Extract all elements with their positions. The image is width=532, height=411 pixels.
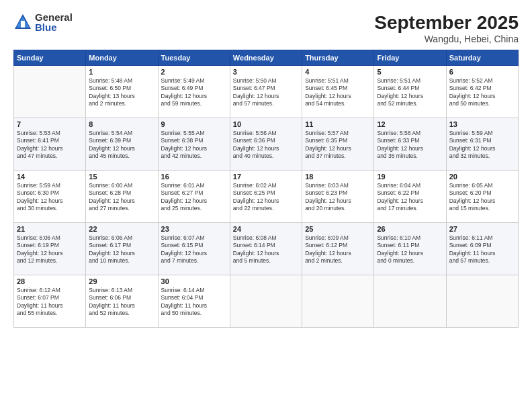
table-row: 18Sunrise: 6:03 AM Sunset: 6:23 PM Dayli… xyxy=(302,171,374,223)
table-row: 12Sunrise: 5:58 AM Sunset: 6:33 PM Dayli… xyxy=(374,118,446,171)
col-wednesday: Wednesday xyxy=(230,50,302,66)
location-subtitle: Wangdu, Hebei, China xyxy=(374,34,519,44)
table-row: 5Sunrise: 5:51 AM Sunset: 6:44 PM Daylig… xyxy=(374,66,446,118)
table-row xyxy=(446,275,518,328)
table-row: 6Sunrise: 5:52 AM Sunset: 6:42 PM Daylig… xyxy=(446,66,518,118)
day-number: 1 xyxy=(89,68,154,76)
logo-blue: Blue xyxy=(35,22,73,32)
col-saturday: Saturday xyxy=(446,50,518,66)
day-info: Sunrise: 5:58 AM Sunset: 6:33 PM Dayligh… xyxy=(377,130,443,161)
table-row xyxy=(230,275,302,328)
day-info: Sunrise: 5:59 AM Sunset: 6:30 PM Dayligh… xyxy=(17,182,83,213)
day-number: 7 xyxy=(17,120,83,128)
day-info: Sunrise: 5:56 AM Sunset: 6:36 PM Dayligh… xyxy=(233,130,299,161)
table-row: 27Sunrise: 6:11 AM Sunset: 6:09 PM Dayli… xyxy=(446,223,518,275)
day-number: 30 xyxy=(161,277,227,285)
table-row: 13Sunrise: 5:59 AM Sunset: 6:31 PM Dayli… xyxy=(446,118,518,171)
table-row xyxy=(14,66,86,118)
table-row: 1Sunrise: 5:48 AM Sunset: 6:50 PM Daylig… xyxy=(86,66,158,118)
day-info: Sunrise: 6:03 AM Sunset: 6:23 PM Dayligh… xyxy=(305,182,371,213)
table-row: 10Sunrise: 5:56 AM Sunset: 6:36 PM Dayli… xyxy=(230,118,302,171)
header-row: Sunday Monday Tuesday Wednesday Thursday… xyxy=(14,50,519,66)
day-number: 11 xyxy=(305,120,371,128)
day-number: 13 xyxy=(449,120,515,128)
day-number: 8 xyxy=(89,120,154,128)
day-info: Sunrise: 6:01 AM Sunset: 6:27 PM Dayligh… xyxy=(161,182,227,213)
day-info: Sunrise: 5:48 AM Sunset: 6:50 PM Dayligh… xyxy=(89,77,154,108)
table-row: 24Sunrise: 6:08 AM Sunset: 6:14 PM Dayli… xyxy=(230,223,302,275)
table-row: 16Sunrise: 6:01 AM Sunset: 6:27 PM Dayli… xyxy=(158,171,230,223)
day-number: 17 xyxy=(233,173,299,181)
table-row: 22Sunrise: 6:06 AM Sunset: 6:17 PM Dayli… xyxy=(86,223,158,275)
day-number: 20 xyxy=(449,173,515,181)
day-number: 28 xyxy=(17,277,83,285)
day-info: Sunrise: 5:51 AM Sunset: 6:45 PM Dayligh… xyxy=(305,77,371,108)
logo-icon xyxy=(13,13,32,32)
table-row: 30Sunrise: 6:14 AM Sunset: 6:04 PM Dayli… xyxy=(158,275,230,328)
day-number: 9 xyxy=(161,120,227,128)
calendar-body: 1Sunrise: 5:48 AM Sunset: 6:50 PM Daylig… xyxy=(14,66,519,328)
table-row: 17Sunrise: 6:02 AM Sunset: 6:25 PM Dayli… xyxy=(230,171,302,223)
calendar-week-row: 28Sunrise: 6:12 AM Sunset: 6:07 PM Dayli… xyxy=(14,275,519,328)
table-row: 9Sunrise: 5:55 AM Sunset: 6:38 PM Daylig… xyxy=(158,118,230,171)
table-row: 23Sunrise: 6:07 AM Sunset: 6:15 PM Dayli… xyxy=(158,223,230,275)
col-sunday: Sunday xyxy=(14,50,86,66)
col-monday: Monday xyxy=(86,50,158,66)
calendar-header: Sunday Monday Tuesday Wednesday Thursday… xyxy=(14,50,519,66)
col-tuesday: Tuesday xyxy=(158,50,230,66)
col-thursday: Thursday xyxy=(302,50,374,66)
day-info: Sunrise: 6:00 AM Sunset: 6:28 PM Dayligh… xyxy=(89,182,154,213)
day-info: Sunrise: 5:55 AM Sunset: 6:38 PM Dayligh… xyxy=(161,130,227,161)
day-info: Sunrise: 6:12 AM Sunset: 6:07 PM Dayligh… xyxy=(17,287,83,318)
day-number: 6 xyxy=(449,68,515,76)
day-number: 29 xyxy=(89,277,154,285)
day-number: 14 xyxy=(17,173,83,181)
day-number: 24 xyxy=(233,225,299,233)
day-number: 26 xyxy=(377,225,443,233)
day-info: Sunrise: 5:59 AM Sunset: 6:31 PM Dayligh… xyxy=(449,130,515,161)
calendar-week-row: 7Sunrise: 5:53 AM Sunset: 6:41 PM Daylig… xyxy=(14,118,519,171)
logo-general: General xyxy=(35,12,73,22)
day-info: Sunrise: 5:57 AM Sunset: 6:35 PM Dayligh… xyxy=(305,130,371,161)
day-number: 27 xyxy=(449,225,515,233)
header: General Blue September 2025 Wangdu, Hebe… xyxy=(13,12,519,44)
day-info: Sunrise: 6:08 AM Sunset: 6:14 PM Dayligh… xyxy=(233,234,299,265)
table-row: 21Sunrise: 6:06 AM Sunset: 6:19 PM Dayli… xyxy=(14,223,86,275)
table-row: 25Sunrise: 6:09 AM Sunset: 6:12 PM Dayli… xyxy=(302,223,374,275)
table-row xyxy=(302,275,374,328)
logo-text: General Blue xyxy=(35,12,73,32)
calendar-week-row: 21Sunrise: 6:06 AM Sunset: 6:19 PM Dayli… xyxy=(14,223,519,275)
title-block: September 2025 Wangdu, Hebei, China xyxy=(374,12,519,44)
calendar-table: Sunday Monday Tuesday Wednesday Thursday… xyxy=(13,50,519,328)
day-number: 4 xyxy=(305,68,371,76)
day-info: Sunrise: 6:13 AM Sunset: 6:06 PM Dayligh… xyxy=(89,287,154,318)
table-row: 28Sunrise: 6:12 AM Sunset: 6:07 PM Dayli… xyxy=(14,275,86,328)
col-friday: Friday xyxy=(374,50,446,66)
table-row: 14Sunrise: 5:59 AM Sunset: 6:30 PM Dayli… xyxy=(14,171,86,223)
day-number: 12 xyxy=(377,120,443,128)
calendar-week-row: 1Sunrise: 5:48 AM Sunset: 6:50 PM Daylig… xyxy=(14,66,519,118)
day-info: Sunrise: 5:53 AM Sunset: 6:41 PM Dayligh… xyxy=(17,130,83,161)
day-info: Sunrise: 6:07 AM Sunset: 6:15 PM Dayligh… xyxy=(161,234,227,265)
page: General Blue September 2025 Wangdu, Hebe… xyxy=(0,0,532,411)
day-info: Sunrise: 6:05 AM Sunset: 6:20 PM Dayligh… xyxy=(449,182,515,213)
day-number: 19 xyxy=(377,173,443,181)
day-info: Sunrise: 5:54 AM Sunset: 6:39 PM Dayligh… xyxy=(89,130,154,161)
table-row: 26Sunrise: 6:10 AM Sunset: 6:11 PM Dayli… xyxy=(374,223,446,275)
table-row: 8Sunrise: 5:54 AM Sunset: 6:39 PM Daylig… xyxy=(86,118,158,171)
day-info: Sunrise: 5:50 AM Sunset: 6:47 PM Dayligh… xyxy=(233,77,299,108)
day-info: Sunrise: 6:06 AM Sunset: 6:19 PM Dayligh… xyxy=(17,234,83,265)
day-number: 21 xyxy=(17,225,83,233)
day-number: 2 xyxy=(161,68,227,76)
day-info: Sunrise: 6:09 AM Sunset: 6:12 PM Dayligh… xyxy=(305,234,371,265)
day-number: 25 xyxy=(305,225,371,233)
day-number: 15 xyxy=(89,173,154,181)
day-number: 10 xyxy=(233,120,299,128)
day-info: Sunrise: 6:02 AM Sunset: 6:25 PM Dayligh… xyxy=(233,182,299,213)
day-number: 3 xyxy=(233,68,299,76)
day-info: Sunrise: 6:10 AM Sunset: 6:11 PM Dayligh… xyxy=(377,234,443,265)
table-row: 29Sunrise: 6:13 AM Sunset: 6:06 PM Dayli… xyxy=(86,275,158,328)
calendar-week-row: 14Sunrise: 5:59 AM Sunset: 6:30 PM Dayli… xyxy=(14,171,519,223)
day-info: Sunrise: 6:06 AM Sunset: 6:17 PM Dayligh… xyxy=(89,234,154,265)
logo: General Blue xyxy=(13,12,73,32)
